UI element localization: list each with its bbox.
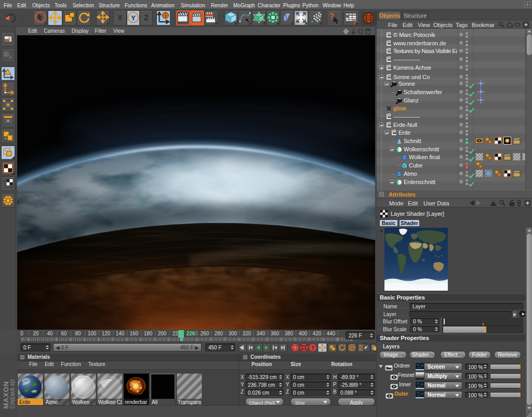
svg-text:Wolken Cl​: Wolken Cl​ — [98, 399, 122, 405]
svg-text:180: 180 — [144, 331, 153, 336]
svg-text:All: All — [152, 399, 157, 405]
svg-text:380: 380 — [285, 331, 294, 336]
svg-text:120: 120 — [102, 331, 111, 336]
svg-text:440: 440 — [327, 331, 336, 336]
svg-text:420: 420 — [313, 331, 322, 336]
svg-text:160: 160 — [130, 331, 139, 336]
svg-text:340: 340 — [257, 331, 265, 336]
svg-text:400: 400 — [299, 331, 308, 336]
svg-text:300: 300 — [229, 331, 237, 336]
svg-text:?: ? — [329, 11, 334, 21]
svg-text:320: 320 — [243, 331, 251, 336]
svg-text:?: ? — [352, 18, 356, 25]
svg-text:0: 0 — [20, 331, 23, 336]
svg-text:Transpare​: Transpare​ — [178, 399, 202, 405]
svg-text:40: 40 — [47, 331, 53, 336]
svg-text:Erde: Erde — [19, 399, 31, 405]
svg-text:140: 140 — [116, 331, 125, 336]
svg-text:renderbar​: renderbar​ — [125, 399, 148, 405]
svg-text:60: 60 — [61, 331, 67, 336]
svg-text:280: 280 — [215, 331, 223, 336]
svg-text:360: 360 — [271, 331, 280, 336]
svg-text:Wolken: Wolken — [72, 399, 89, 405]
svg-text:100: 100 — [88, 331, 97, 336]
svg-text:P: P — [350, 345, 353, 350]
svg-text:?: ? — [311, 345, 314, 351]
svg-text:Y: Y — [131, 14, 136, 22]
svg-text:Atmo: Atmo — [46, 399, 58, 405]
svg-text:200: 200 — [158, 331, 167, 336]
svg-text:20: 20 — [33, 331, 39, 336]
svg-text:226: 226 — [187, 331, 195, 336]
svg-text:260: 260 — [201, 331, 209, 336]
svg-text:80: 80 — [75, 331, 81, 336]
